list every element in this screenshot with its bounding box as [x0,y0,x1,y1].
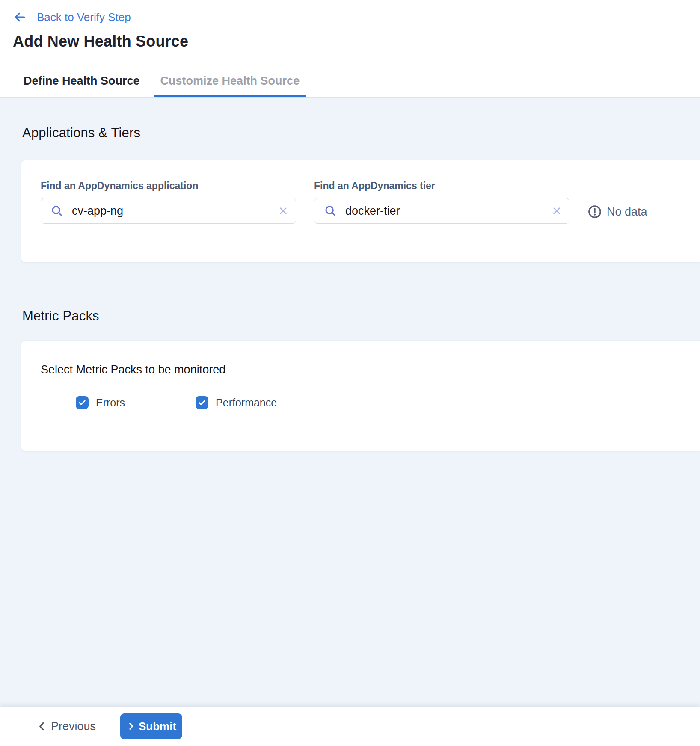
search-icon [50,204,63,217]
health-source-tabs: Define Health Source Customize Health So… [0,65,700,98]
chevron-left-icon [36,721,47,732]
checkbox-checked-icon[interactable] [76,396,89,409]
search-icon [324,204,337,217]
metric-packs-card: Select Metric Packs to be monitored Erro… [21,341,700,451]
clear-x-icon[interactable] [551,205,562,216]
page-title: Add New Health Source [13,33,688,50]
application-search-field[interactable] [41,198,296,224]
submit-button[interactable]: Submit [120,713,182,739]
submit-button-label: Submit [139,720,176,733]
previous-button-label: Previous [51,720,96,733]
no-data-label: No data [607,205,647,219]
checkbox-option-errors[interactable]: Errors [76,396,125,409]
tier-field-group: Find an AppDynamics tier [314,180,569,262]
application-field-label: Find an AppDynamics application [41,180,296,192]
checkbox-checked-icon[interactable] [196,396,208,409]
checkbox-option-performance[interactable]: Performance [196,396,277,409]
clear-x-icon[interactable] [278,205,289,216]
page-header: Back to Verify Step Add New Health Sourc… [0,0,700,65]
tab-customize-health-source[interactable]: Customize Health Source [154,65,306,97]
applications-tiers-card: Find an AppDynamics application [21,160,700,262]
wizard-footer: Previous Submit [0,707,700,746]
tier-search-field[interactable] [314,198,569,224]
application-field-group: Find an AppDynamics application [41,180,296,262]
no-data-status: No data [587,199,647,225]
previous-button[interactable]: Previous [36,720,96,733]
main-content: Applications & Tiers Find an AppDynamics… [0,98,700,706]
arrow-left-icon [13,10,27,24]
back-to-verify-link[interactable]: Back to Verify Step [13,10,131,24]
applications-tiers-heading: Applications & Tiers [22,125,700,141]
tier-search-input[interactable] [345,204,551,218]
tab-define-health-source[interactable]: Define Health Source [17,65,146,97]
alert-circle-icon [587,204,602,219]
select-metric-packs-label: Select Metric Packs to be monitored [41,363,700,376]
checkbox-label-performance: Performance [216,397,277,409]
metric-packs-heading: Metric Packs [22,308,700,324]
tier-field-label: Find an AppDynamics tier [314,180,569,192]
back-link-label[interactable]: Back to Verify Step [37,11,131,24]
chevron-right-icon [126,722,136,731]
metric-packs-options: Errors Performance [41,396,700,409]
checkbox-label-errors: Errors [96,397,125,409]
application-search-input[interactable] [72,204,278,218]
